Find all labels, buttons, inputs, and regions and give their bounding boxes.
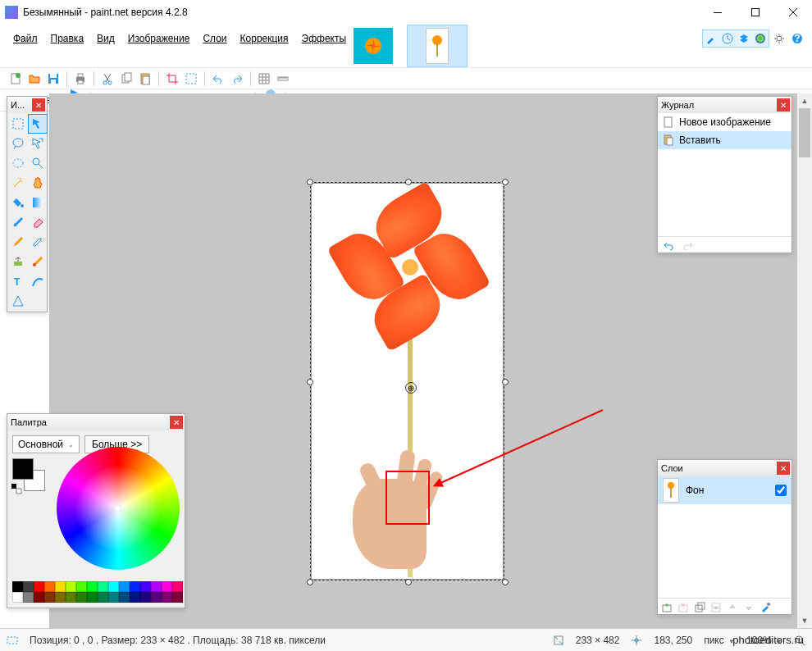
ruler-icon[interactable] — [274, 70, 292, 88]
doc-thumb-1[interactable] — [343, 25, 404, 67]
deselect-icon[interactable] — [182, 70, 200, 88]
tool-fill[interactable] — [8, 193, 28, 212]
duplicate-layer-icon[interactable] — [694, 602, 705, 613]
tool-clone[interactable] — [8, 252, 28, 271]
palette-strip[interactable] — [12, 581, 180, 603]
tool-wand[interactable] — [8, 173, 28, 193]
undo-icon[interactable] — [209, 70, 227, 88]
svg-rect-41 — [670, 488, 672, 498]
move-down-icon[interactable] — [743, 602, 755, 613]
toggle-history-icon[interactable] — [719, 30, 736, 47]
menu-file[interactable]: Файл — [7, 30, 44, 48]
svg-rect-16 — [78, 74, 83, 77]
delete-layer-icon[interactable] — [677, 602, 689, 613]
tool-eyedropper[interactable] — [28, 232, 48, 252]
menu-adjustments[interactable]: Коррекция — [234, 30, 295, 48]
svg-point-18 — [103, 81, 107, 84]
tool-pencil[interactable] — [8, 232, 28, 252]
reset-colors-icon[interactable] — [11, 483, 22, 494]
history-panel-close[interactable]: ✕ — [777, 98, 790, 112]
palette-panel-close[interactable]: ✕ — [170, 416, 183, 429]
svg-point-30 — [13, 159, 23, 167]
open-icon[interactable] — [25, 70, 43, 88]
tool-zoom[interactable] — [28, 153, 48, 173]
selection-pivot[interactable]: ⊕ — [405, 382, 417, 394]
units-dropdown[interactable]: пикс ▼ — [704, 635, 735, 646]
statusbar: Позиция: 0 , 0 . Размер: 233 × 482 . Пло… — [0, 628, 812, 651]
tools-panel-close[interactable]: ✕ — [32, 98, 45, 112]
crop-icon[interactable] — [163, 70, 181, 88]
svg-rect-17 — [78, 80, 83, 84]
close-button[interactable] — [774, 0, 812, 25]
svg-rect-24 — [186, 74, 196, 84]
svg-point-35 — [33, 263, 36, 266]
layer-properties-icon[interactable] — [760, 602, 771, 613]
history-item[interactable]: Новое изображение — [658, 113, 791, 131]
tool-move-selection[interactable] — [28, 114, 48, 134]
maximize-button[interactable] — [737, 0, 774, 25]
menu-layers[interactable]: Слои — [196, 30, 233, 48]
svg-rect-39 — [667, 138, 673, 145]
tool-line[interactable] — [28, 271, 48, 291]
redo-icon[interactable] — [682, 240, 694, 252]
copy-icon[interactable] — [117, 70, 135, 88]
svg-rect-50 — [16, 489, 21, 494]
layers-panel-close[interactable]: ✕ — [777, 462, 790, 475]
palette-panel-title[interactable]: Палитра — [7, 414, 185, 430]
merge-down-icon[interactable] — [710, 602, 722, 613]
tool-rect-select[interactable] — [8, 114, 28, 134]
help-icon[interactable]: ? — [789, 30, 805, 47]
toggle-tools-icon[interactable] — [703, 30, 719, 47]
tool-lasso[interactable] — [8, 134, 28, 153]
grid-icon[interactable] — [255, 70, 273, 88]
layers-panel-title[interactable]: Слои — [658, 460, 791, 476]
history-panel-title[interactable]: Журнал — [658, 97, 791, 113]
tool-recolor[interactable] — [28, 252, 48, 271]
standard-toolbar — [0, 67, 812, 89]
window-title: Безымянный - paint.net версия 4.2.8 — [23, 7, 699, 18]
tool-gradient[interactable] — [28, 193, 48, 212]
annotation-arrow — [431, 402, 611, 492]
menu-edit[interactable]: Правка — [44, 30, 91, 48]
vertical-scrollbar[interactable]: ▲ ▼ — [797, 93, 812, 628]
svg-rect-34 — [14, 262, 22, 266]
menu-image[interactable]: Изображение — [121, 30, 197, 48]
tool-ellipse-select[interactable] — [8, 153, 28, 173]
doc-thumb-2[interactable] — [407, 25, 468, 67]
layer-visible-checkbox[interactable] — [775, 485, 787, 496]
print-icon[interactable] — [71, 70, 89, 88]
svg-rect-28 — [13, 119, 23, 129]
menu-view[interactable]: Вид — [90, 30, 121, 48]
new-icon[interactable] — [7, 70, 25, 88]
layers-panel: Слои ✕ Фон — [657, 459, 792, 615]
toggle-colors-icon[interactable] — [752, 30, 769, 47]
settings-icon[interactable] — [771, 30, 787, 47]
toggle-layers-icon[interactable] — [736, 30, 752, 47]
tool-brush[interactable] — [8, 212, 28, 232]
tool-text[interactable]: T — [8, 271, 28, 291]
tool-move-pixels[interactable] — [28, 134, 48, 153]
geometry-icon — [7, 635, 18, 646]
add-layer-icon[interactable] — [661, 602, 673, 613]
cursor-pos-icon — [631, 635, 642, 646]
color-wheel[interactable] — [57, 447, 180, 570]
svg-point-29 — [13, 139, 23, 147]
primary-color[interactable] — [12, 458, 34, 480]
canvas-size-icon — [553, 635, 564, 646]
titlebar: Безымянный - paint.net версия 4.2.8 — [0, 0, 812, 25]
tool-pan[interactable] — [28, 173, 48, 193]
history-item[interactable]: Вставить — [658, 131, 791, 149]
paste-icon[interactable] — [136, 70, 154, 88]
color-mode-dropdown[interactable]: Основной⌄ — [12, 435, 80, 453]
color-swatches — [12, 458, 50, 491]
panel-toggle-buttons: ? — [702, 30, 805, 48]
minimize-button[interactable] — [699, 0, 737, 25]
cut-icon[interactable] — [98, 70, 116, 88]
tool-eraser[interactable] — [28, 212, 48, 232]
redo-icon[interactable] — [228, 70, 246, 88]
save-icon[interactable] — [44, 70, 62, 88]
tool-shapes[interactable] — [8, 291, 28, 311]
layer-row[interactable]: Фон — [658, 476, 791, 504]
move-up-icon[interactable] — [727, 602, 738, 613]
undo-icon[interactable] — [663, 240, 674, 252]
